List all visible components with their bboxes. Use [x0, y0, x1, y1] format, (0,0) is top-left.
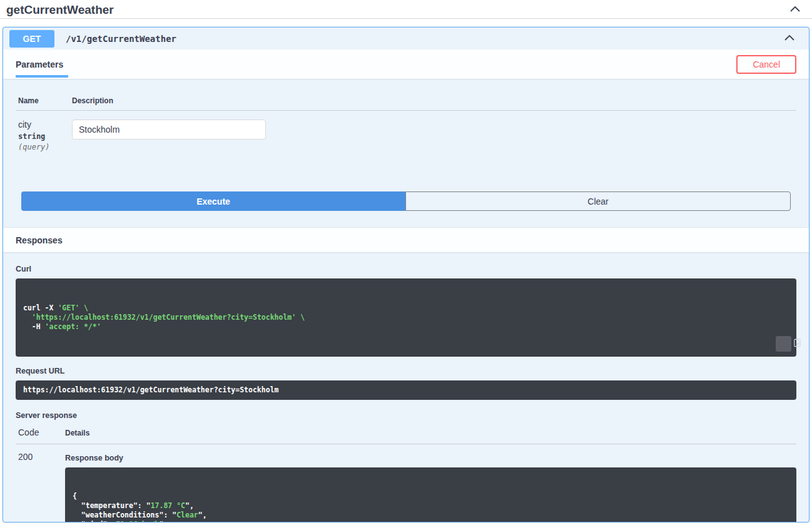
code-column-header: Code: [18, 427, 65, 437]
execute-button[interactable]: Execute: [21, 191, 405, 211]
parameter-name: city: [18, 120, 72, 130]
parameters-body: Name Description city string (query) Exe…: [3, 79, 809, 211]
page-title: getCurrentWeather: [6, 3, 114, 17]
response-body-block: { "temperature": "17.87 °C", "weatherCon…: [65, 467, 796, 523]
curl-command-block: curl -X 'GET' \ 'https://localhost:61932…: [16, 278, 796, 357]
collapse-tag-button[interactable]: [784, 3, 806, 17]
details-column-header: Details: [65, 429, 89, 437]
request-url-block: https://localhost:61932/v1/getCurrentWea…: [16, 380, 796, 400]
copy-curl-button[interactable]: [776, 336, 791, 352]
clear-button[interactable]: Clear: [405, 191, 791, 211]
responses-section-header: Responses: [3, 227, 809, 252]
parameters-section-header: Parameters Cancel: [3, 49, 809, 79]
status-code: 200: [18, 452, 65, 523]
city-input[interactable]: [72, 120, 266, 140]
responses-body: Curl curl -X 'GET' \ 'https://localhost:…: [3, 252, 809, 522]
active-tab-underline: [16, 75, 68, 78]
response-table-header: Code Details: [16, 427, 796, 437]
tag-header[interactable]: getCurrentWeather: [0, 0, 812, 19]
column-header-name: Name: [18, 96, 72, 105]
parameter-location: (query): [18, 143, 72, 151]
request-url-label: Request URL: [16, 367, 796, 375]
response-body-label: Response body: [65, 454, 796, 462]
clipboard-copy-icon: [765, 329, 802, 359]
parameters-table-header: Name Description: [16, 90, 796, 111]
parameter-name-cell: city string (query): [18, 120, 72, 151]
column-header-description: Description: [72, 96, 113, 105]
collapse-operation-button[interactable]: [779, 31, 800, 46]
response-details-cell: Response body { "temperature": "17.87 °C…: [65, 452, 796, 523]
chevron-up-icon: [788, 6, 802, 16]
parameter-row-city: city string (query): [16, 111, 796, 151]
server-response-label: Server response: [16, 411, 796, 420]
responses-title: Responses: [16, 235, 63, 245]
curl-label: Curl: [16, 265, 796, 273]
execute-button-group: Execute Clear: [21, 191, 791, 211]
parameter-type: string: [18, 132, 72, 141]
cancel-button[interactable]: Cancel: [736, 55, 796, 74]
parameter-description-cell: [72, 120, 266, 151]
request-url-value: https://localhost:61932/v1/getCurrentWea…: [23, 385, 279, 394]
opblock-get: GET /v1/getCurrentWeather Parameters Can…: [3, 27, 809, 522]
chevron-up-icon: [783, 35, 796, 44]
opblock-summary[interactable]: GET /v1/getCurrentWeather: [3, 28, 809, 49]
response-row-200: 200 Response body { "temperature": "17.8…: [16, 444, 796, 523]
tab-parameters-label: Parameters: [16, 59, 63, 69]
endpoint-path: /v1/getCurrentWeather: [66, 34, 779, 44]
tab-parameters[interactable]: Parameters: [16, 49, 63, 79]
http-method-badge: GET: [9, 30, 54, 48]
